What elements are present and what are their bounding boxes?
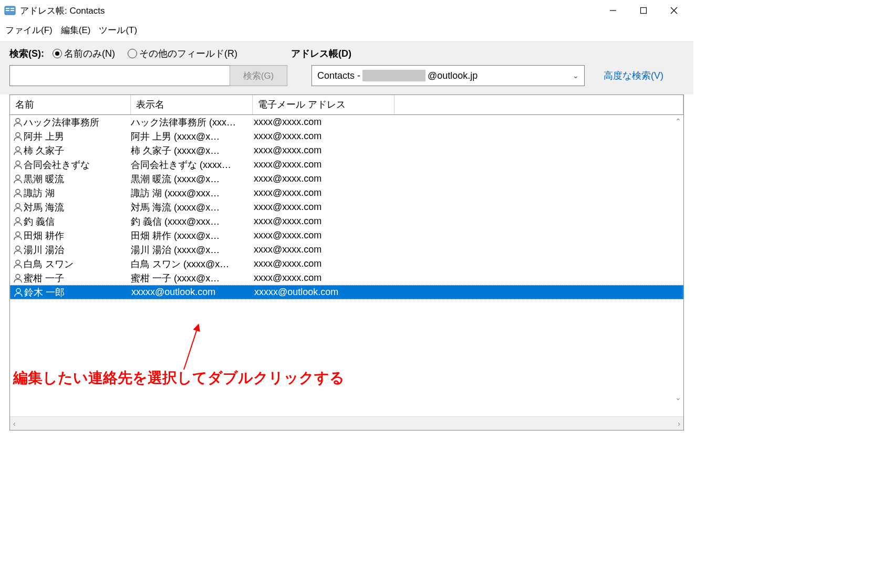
contact-name: 対馬 海流	[24, 201, 131, 214]
contact-display: 阿井 上男 (xxxx@x…	[131, 130, 254, 143]
person-icon	[12, 145, 24, 156]
annotation-text: 編集したい連絡先を選択してダブルクリックする	[13, 368, 345, 388]
person-icon	[12, 216, 24, 227]
search-input[interactable]	[9, 65, 230, 86]
svg-point-15	[16, 203, 20, 207]
contact-name: 蜜柑 一子	[24, 272, 131, 285]
close-button[interactable]	[659, 0, 689, 21]
menu-tools[interactable]: ツール(T)	[99, 24, 137, 36]
minimize-button[interactable]	[598, 0, 628, 21]
contact-name: 阿井 上男	[24, 130, 131, 143]
contact-display: 湯川 湯治 (xxxx@x…	[131, 244, 254, 256]
svg-point-9	[16, 118, 20, 122]
contact-row[interactable]: 諏訪 湖諏訪 湖 (xxxx@xxx…xxxx@xxxx.com	[10, 186, 683, 200]
svg-point-18	[16, 246, 20, 250]
contact-display: 柿 久家子 (xxxx@x…	[131, 144, 254, 157]
contact-email: xxxx@xxxx.com	[254, 159, 683, 170]
contact-name: ハック法律事務所	[24, 116, 131, 129]
contact-email: xxxx@xxxx.com	[254, 244, 683, 255]
svg-point-20	[16, 274, 20, 278]
contact-row[interactable]: 湯川 湯治湯川 湯治 (xxxx@x…xxxx@xxxx.com	[10, 243, 683, 257]
contact-email: xxxx@xxxx.com	[254, 258, 683, 269]
maximize-button[interactable]	[628, 0, 659, 21]
contact-display: 釣 義信 (xxxx@xxx…	[131, 215, 254, 228]
svg-point-17	[16, 232, 20, 236]
scroll-left-icon[interactable]: ‹	[13, 419, 16, 428]
contact-row[interactable]: 柿 久家子柿 久家子 (xxxx@x…xxxx@xxxx.com	[10, 143, 683, 158]
contact-name: 田畑 耕作	[24, 229, 131, 242]
contact-email: xxxx@xxxx.com	[254, 131, 683, 142]
contact-email: xxxx@xxxx.com	[254, 145, 683, 156]
col-email[interactable]: 電子メール アドレス	[253, 95, 395, 114]
contact-row[interactable]: 合同会社きずな合同会社きずな (xxxx…xxxx@xxxx.com	[10, 158, 683, 172]
menubar: ファイル(F) 編集(E) ツール(T)	[0, 21, 693, 41]
person-icon	[12, 259, 24, 269]
radio-dot-icon	[128, 49, 137, 58]
annotation-arrow	[183, 324, 199, 370]
column-headers: 名前 表示名 電子メール アドレス	[10, 95, 683, 115]
search-label: 検索(S):	[9, 47, 44, 60]
advanced-search-link[interactable]: 高度な検索(V)	[604, 69, 663, 82]
scroll-down-icon[interactable]: ⌄	[675, 393, 681, 402]
radio-other-fields[interactable]: その他のフィールド(R)	[128, 47, 237, 60]
addressbook-select[interactable]: Contacts - @outlook.jp ⌄	[312, 65, 585, 86]
toolbar: 検索(S): 名前のみ(N) その他のフィールド(R) アドレス帳(D) 検索(…	[0, 41, 693, 94]
radio-name-label: 名前のみ(N)	[64, 47, 115, 60]
contact-row[interactable]: 蜜柑 一子蜜柑 一子 (xxxx@x…xxxx@xxxx.com	[10, 271, 683, 285]
person-icon	[12, 202, 24, 213]
contact-display: 合同会社きずな (xxxx…	[131, 159, 254, 171]
person-icon	[12, 160, 24, 170]
contact-email: xxxx@xxxx.com	[254, 216, 683, 227]
contact-email: xxxx@xxxx.com	[254, 202, 683, 213]
scroll-right-icon[interactable]: ›	[678, 419, 680, 428]
search-button[interactable]: 検索(G)	[230, 65, 287, 86]
ab-select-prefix: Contacts -	[317, 70, 360, 81]
svg-rect-1	[6, 8, 9, 9]
contact-row[interactable]: ハック法律事務所ハック法律事務所 (xxx…xxxx@xxxx.com	[10, 115, 683, 129]
contact-rows: ⌃ ⌄ ハック法律事務所ハック法律事務所 (xxx…xxxx@xxxx.com阿…	[10, 115, 683, 416]
menu-edit[interactable]: 編集(E)	[61, 24, 91, 36]
contact-name: 釣 義信	[24, 215, 131, 228]
horizontal-scrollbar[interactable]: ‹ ›	[10, 416, 683, 430]
menu-file[interactable]: ファイル(F)	[5, 24, 53, 36]
contact-email: xxxx@xxxx.com	[254, 272, 683, 284]
addressbook-label: アドレス帳(D)	[291, 47, 351, 60]
contact-name: 黒潮 暖流	[24, 173, 131, 185]
chevron-down-icon: ⌄	[573, 71, 579, 80]
col-blank	[395, 95, 683, 114]
radio-name-only[interactable]: 名前のみ(N)	[53, 47, 115, 60]
contact-name: 柿 久家子	[24, 144, 131, 157]
contact-email: xxxxx@outlook.com	[254, 287, 683, 298]
radio-dot-icon	[53, 49, 62, 58]
contact-row[interactable]: 対馬 海流対馬 海流 (xxxx@x…xxxx@xxxx.com	[10, 200, 683, 214]
contact-display: 対馬 海流 (xxxx@x…	[131, 201, 254, 214]
contact-name: 白鳥 スワン	[24, 258, 131, 270]
contact-row[interactable]: 鈴木 一郎xxxxx@outlook.comxxxxx@outlook.com	[10, 285, 683, 299]
svg-rect-2	[6, 10, 9, 11]
svg-point-21	[16, 288, 20, 292]
svg-point-12	[16, 161, 20, 165]
contact-row[interactable]: 田畑 耕作田畑 耕作 (xxxx@x…xxxx@xxxx.com	[10, 228, 683, 243]
radio-other-label: その他のフィールド(R)	[139, 47, 237, 60]
person-icon	[12, 273, 24, 284]
contact-row[interactable]: 黒潮 暖流黒潮 暖流 (xxxx@x…xxxx@xxxx.com	[10, 172, 683, 186]
svg-rect-4	[11, 10, 14, 11]
contact-display: 黒潮 暖流 (xxxx@x…	[131, 173, 254, 185]
col-display[interactable]: 表示名	[131, 95, 253, 114]
svg-rect-6	[641, 8, 647, 14]
contact-row[interactable]: 白鳥 スワン白鳥 スワン (xxxx@x…xxxx@xxxx.com	[10, 257, 683, 271]
person-icon	[12, 174, 24, 184]
svg-point-14	[16, 189, 20, 193]
contact-row[interactable]: 阿井 上男阿井 上男 (xxxx@x…xxxx@xxxx.com	[10, 129, 683, 143]
contact-name: 諏訪 湖	[24, 187, 131, 200]
contact-row[interactable]: 釣 義信釣 義信 (xxxx@xxx…xxxx@xxxx.com	[10, 214, 683, 228]
contact-email: xxxx@xxxx.com	[254, 187, 683, 198]
contact-display: ハック法律事務所 (xxx…	[131, 116, 254, 129]
ab-select-suffix: @outlook.jp	[428, 70, 477, 81]
person-icon	[12, 245, 24, 255]
col-name[interactable]: 名前	[10, 95, 131, 114]
person-icon	[13, 287, 24, 298]
contact-email: xxxx@xxxx.com	[254, 230, 683, 241]
contact-name: 湯川 湯治	[24, 244, 131, 256]
scroll-up-icon[interactable]: ⌃	[675, 117, 681, 125]
